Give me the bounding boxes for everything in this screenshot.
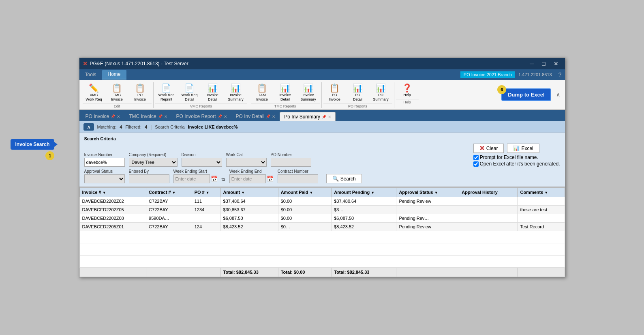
checkbox-open[interactable] bbox=[473, 161, 479, 167]
tab-close-1[interactable]: ✕ bbox=[117, 114, 120, 119]
title-bar-controls: ─ □ ✕ bbox=[526, 60, 561, 68]
tab-po-invoice[interactable]: PO Invoice 📌 ✕ bbox=[81, 112, 125, 121]
menu-item-tools[interactable]: Tools bbox=[79, 70, 102, 79]
po-invoice-label: POInvoice bbox=[134, 93, 146, 102]
cell-comments-4: Test Record bbox=[518, 223, 565, 231]
po-detail-button[interactable]: 📊 PODetail bbox=[347, 82, 369, 103]
tab-po-inv-summary[interactable]: Po Inv Summary 📌 ✕ bbox=[280, 112, 336, 121]
invoice-detail-vmc-label: InvoiceDetail bbox=[207, 93, 218, 102]
annotation-circle-6: 6 bbox=[497, 85, 506, 94]
minimize-button[interactable]: ─ bbox=[526, 60, 537, 68]
tmc-invoice-button[interactable]: 📋 TMCInvoice bbox=[106, 82, 128, 103]
col-contract[interactable]: Contract # ▼ bbox=[146, 188, 192, 197]
cell-po-4: 124 bbox=[192, 223, 220, 231]
cell-paid-1: $0.00 bbox=[278, 197, 332, 206]
search-row-2: Approval Status Entered By Week Ending S… bbox=[84, 169, 560, 183]
tab-close-3[interactable]: ✕ bbox=[224, 114, 227, 119]
invoice-detail-tmc-label: InvoiceDetail bbox=[279, 93, 291, 102]
menu-item-home[interactable]: Home bbox=[102, 70, 126, 79]
search-button[interactable]: 🔍 Search bbox=[326, 174, 362, 183]
tmc-invoice-icon: 📋 bbox=[112, 83, 122, 93]
po-summary-icon: 📊 bbox=[376, 83, 386, 93]
toolbar-group-vmc: 📄 Work ReqReprint 📄 Work ReqDetail 📊 Inv… bbox=[155, 82, 247, 110]
title-bar: ✕ PG&E (Nexus 1.471.2201.8613) - Test Se… bbox=[79, 58, 565, 69]
col-amount-pending[interactable]: Amount Pending ▼ bbox=[332, 188, 396, 197]
tab-close-4[interactable]: ✕ bbox=[272, 114, 275, 119]
tab-po-invoice-report[interactable]: PO Invoice Report 📌 ✕ bbox=[172, 112, 231, 121]
company-select[interactable]: Davey Tree bbox=[129, 158, 178, 167]
col-invoice[interactable]: Invoice # ▼ bbox=[79, 188, 146, 197]
col-approval-status[interactable]: Approval Status ▼ bbox=[396, 188, 459, 197]
table-row[interactable]: DAVEBCED2202Z05 C722BAY 1234 $30,853.67 … bbox=[79, 206, 565, 214]
invoice-number-label: Invoice Number bbox=[84, 152, 125, 157]
tab-close-2[interactable]: ✕ bbox=[164, 114, 167, 119]
invoice-number-input[interactable] bbox=[84, 158, 125, 167]
vmc-work-req-button[interactable]: ✏️ VMCWork Req bbox=[83, 82, 105, 103]
col-approval-history: Approval History bbox=[459, 188, 518, 197]
content-area: ∧ Matching: 4 Filtered: 4 | Search Crite… bbox=[79, 121, 565, 277]
maximize-button[interactable]: □ bbox=[539, 60, 548, 68]
invoice-summary-tmc-button[interactable]: 📊 InvoiceSummary bbox=[297, 82, 320, 103]
invoice-summary-vmc-icon: 📊 bbox=[231, 83, 241, 93]
contract-number-label: Contract Number bbox=[278, 169, 318, 174]
week-ending-end-input[interactable] bbox=[229, 174, 266, 183]
search-button-wrap: 🔍 Search bbox=[326, 174, 362, 183]
dump-to-excel-button[interactable]: Dump to Excel bbox=[501, 88, 551, 101]
clear-button[interactable]: 🗙 Clear bbox=[473, 144, 504, 153]
company-field: Company (Required) Davey Tree bbox=[129, 152, 178, 167]
checkbox-prompt[interactable] bbox=[473, 155, 479, 160]
cell-invoice-3: DAVEBCED2202Z08 bbox=[79, 214, 146, 223]
po-invoice-report-button[interactable]: 📋 POInvoice bbox=[323, 82, 346, 103]
cell-contract-2: C722BAY bbox=[146, 206, 192, 214]
invoice-detail-vmc-button[interactable]: 📊 InvoiceDetail bbox=[201, 82, 224, 103]
cell-pending-4: $8,423.52 bbox=[332, 223, 396, 231]
division-select[interactable] bbox=[182, 158, 222, 167]
excel-button[interactable]: 📊 Excel bbox=[507, 144, 539, 153]
work-req-detail-button[interactable]: 📄 Work ReqDetail bbox=[178, 82, 201, 103]
toolbar-collapse-button[interactable]: ∧ bbox=[554, 90, 562, 99]
invoice-summary-vmc-button[interactable]: 📊 InvoiceSummary bbox=[225, 82, 247, 103]
cell-comments-3 bbox=[518, 214, 565, 223]
close-button[interactable]: ✕ bbox=[550, 60, 562, 68]
toolbar-separator-3 bbox=[321, 82, 322, 109]
footer-po bbox=[192, 268, 220, 277]
help-button[interactable]: ❓ Help bbox=[396, 82, 419, 99]
cell-po-1: 111 bbox=[192, 197, 220, 206]
cell-paid-3: $0.00 bbox=[278, 214, 332, 223]
search-bar-toggle[interactable]: ∧ bbox=[83, 123, 94, 131]
col-amount-paid[interactable]: Amount Paid ▼ bbox=[278, 188, 332, 197]
work-cat-field: Work Cat bbox=[226, 152, 267, 167]
tm-invoice-button[interactable]: 📋 T&MInvoice bbox=[251, 82, 274, 103]
po-number-input[interactable] bbox=[271, 158, 311, 167]
work-cat-select[interactable] bbox=[226, 158, 267, 167]
col-comments[interactable]: Comments ▼ bbox=[518, 188, 565, 197]
po-summary-button[interactable]: 📊 POSummary bbox=[370, 82, 392, 103]
approval-status-select[interactable] bbox=[84, 174, 125, 183]
table-row[interactable]: DAVEBCED2202Z02 C722BAY 111 $37,480.64 $… bbox=[79, 197, 565, 206]
toolbar-separator-1 bbox=[153, 82, 154, 109]
col-po[interactable]: PO # ▼ bbox=[192, 188, 220, 197]
invoice-detail-tmc-button[interactable]: 📊 InvoiceDetail bbox=[274, 82, 297, 103]
table-row[interactable]: DAVEBCED2205Z01 C722BAY 124 $8,423.52 $0… bbox=[79, 223, 565, 231]
calendar-end-icon[interactable]: 📅 bbox=[267, 176, 274, 182]
table-row[interactable]: DAVEBCED2202Z08 9590DA… $6,087.50 $0.00 … bbox=[79, 214, 565, 223]
calendar-start-icon[interactable]: 📅 bbox=[211, 176, 218, 182]
invoice-search-annotation: Invoice Search 1 bbox=[11, 139, 55, 160]
contract-number-field: Contract Number bbox=[278, 169, 318, 183]
entered-by-input[interactable] bbox=[129, 174, 169, 183]
tab-tmc-invoice[interactable]: TMC Invoice 📌 ✕ bbox=[124, 112, 171, 121]
po-number-field: PO Number bbox=[271, 152, 311, 167]
po-invoice-button[interactable]: 📋 POInvoice bbox=[129, 82, 152, 103]
toolbar-group-help: ❓ Help Help bbox=[396, 82, 419, 110]
tab-close-5[interactable]: ✕ bbox=[328, 115, 331, 119]
work-req-reprint-button[interactable]: 📄 Work ReqReprint bbox=[155, 82, 178, 103]
footer-contract bbox=[146, 268, 192, 277]
tab-po-inv-detail[interactable]: PO Inv Detail 📌 ✕ bbox=[231, 112, 280, 121]
application-window: ✕ PG&E (Nexus 1.471.2201.8613) - Test Se… bbox=[79, 58, 565, 278]
help-icon[interactable]: ? bbox=[555, 71, 565, 79]
contract-number-input[interactable] bbox=[278, 174, 318, 183]
col-amount[interactable]: Amount ▼ bbox=[220, 188, 278, 197]
tab-pin-1: 📌 bbox=[111, 114, 115, 118]
cell-history-2 bbox=[459, 206, 518, 214]
week-ending-start-input[interactable] bbox=[173, 174, 210, 183]
